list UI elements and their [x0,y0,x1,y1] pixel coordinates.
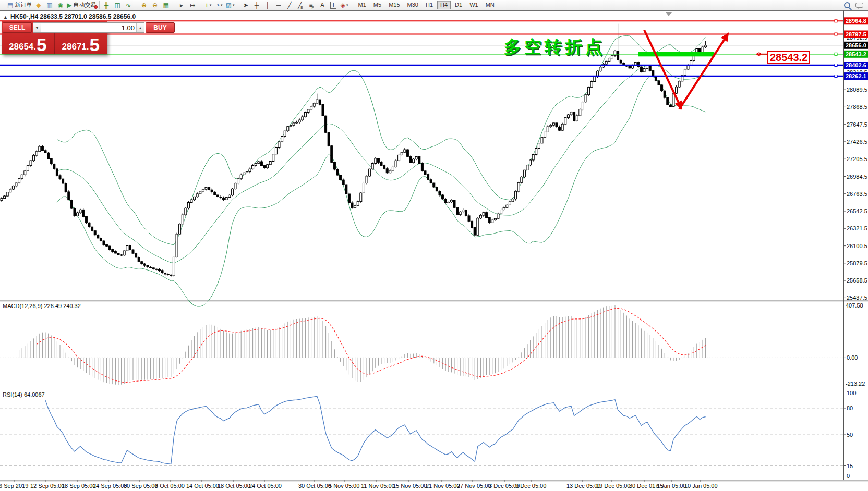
annotation-text[interactable]: 多空转折点 [504,35,606,59]
svg-text:9 Dec 05:00: 9 Dec 05:00 [515,483,546,489]
chevron-down-icon[interactable]: ▾ [233,3,235,7]
zoom-in-button[interactable]: ⊕ [139,1,150,9]
svg-text:80: 80 [847,405,853,411]
chart-shift-marker[interactable] [666,12,672,16]
timeframe-m15[interactable]: M15 [385,1,403,9]
svg-text:407.58: 407.58 [846,302,863,309]
chat-icon[interactable] [855,3,863,8]
candlestick-series [1,24,707,277]
trendline-button[interactable]: ╱ [284,1,295,9]
text-label-button[interactable]: T [328,1,339,9]
cursor-button[interactable]: ➤ [240,1,251,9]
market-watch-button[interactable]: ◆ [33,1,44,9]
timeframe-m30[interactable]: M30 [404,1,421,9]
buy-price[interactable]: 28671.5 [54,33,107,54]
svg-text:100: 100 [847,390,856,396]
pane-separators[interactable] [0,301,868,481]
timeframe-d1[interactable]: D1 [452,1,465,9]
toolbar-separator [99,1,100,9]
timeframe-h4[interactable]: H4 [437,1,451,9]
svg-text:11 Nov 05:00: 11 Nov 05:00 [361,483,395,489]
macd-pane [0,305,843,385]
volume-input[interactable] [41,23,136,32]
candlestick-chart-icon: ◫ [114,2,120,8]
svg-text:15 Nov 05:00: 15 Nov 05:00 [393,483,427,489]
fibonacci-button[interactable]: ≡F [306,1,317,9]
price-axis: 28752.528531.528310.528089.527868.527647… [843,34,867,479]
indicators-icon: + [205,2,209,8]
svg-text:-213.22: -213.22 [846,380,865,387]
buy-price-main: 28671. [62,41,89,52]
timeframe-mn[interactable]: MN [483,1,498,9]
chevron-down-icon[interactable]: ▾ [210,3,212,7]
horizontal-line-button[interactable]: ─ [273,1,284,9]
sell-price[interactable]: 28654.5 [2,33,54,54]
timeframe-w1[interactable]: W1 [466,1,481,9]
sell-price-big-digit: 5 [37,38,46,52]
chart-title: ▲HK50-,H4 28633.5 28701.0 28586.5 28656.… [3,13,136,20]
text-button[interactable]: A [317,1,328,9]
toolbar-grip [3,2,4,8]
tile-windows-button[interactable]: ▦ [161,1,172,9]
svg-text:25658.5: 25658.5 [847,277,867,284]
crosshair-icon: ┼ [255,2,259,8]
chart-shift-button[interactable]: ↦ [187,1,198,9]
new-order-button[interactable]: ▤ 新订单 [6,1,33,9]
timeframe-m1[interactable]: M1 [355,1,369,9]
one-click-trading-panel: SELL ▼ ▲ BUY 28654.5 28671.5 [2,21,107,54]
horizontal-line-icon: ─ [276,2,281,8]
periods-icon: ◔ [216,2,220,8]
arrows-button[interactable]: ◈▾ [339,1,350,9]
svg-text:50: 50 [847,432,853,438]
template-button[interactable]: ▨▾ [225,1,236,9]
timeframe-m5[interactable]: M5 [370,1,384,9]
indicators-button[interactable]: +▾ [203,1,214,9]
chevron-down-icon[interactable]: ▾ [221,3,223,7]
svg-text:25437.5: 25437.5 [847,294,867,301]
svg-text:28543.2: 28543.2 [846,51,866,57]
trend-drawings[interactable] [638,30,767,111]
arrows-icon: ◈ [341,2,345,8]
svg-text:24 Sep 05:00: 24 Sep 05:00 [93,483,127,489]
zoom-out-button[interactable]: ⊖ [150,1,161,9]
macd-indicator-label: MACD(12,26,9) 226.49 240.32 [3,303,81,309]
buy-button[interactable]: BUY [146,22,175,33]
vertical-line-button[interactable]: │ [262,1,273,9]
svg-text:30 Oct 05:00: 30 Oct 05:00 [298,483,331,489]
collapse-icon[interactable]: ▲ [3,15,8,20]
crosshair-button[interactable]: ┼ [251,1,262,9]
periods-button[interactable]: ◔▾ [214,1,225,9]
svg-text:27868.5: 27868.5 [847,104,867,110]
channel-button[interactable]: ╱E [295,1,306,9]
volume-decrease-button[interactable]: ▼ [33,23,41,32]
svg-text:26542.5: 26542.5 [847,208,867,214]
svg-text:28797.5: 28797.5 [846,31,866,38]
autotrading-icon: ▶ [67,2,71,8]
time-axis: 6 Sep 201912 Sep 05:0018 Sep 05:0024 Sep… [0,480,718,489]
data-window-button[interactable]: ▥ [44,1,55,9]
auto-scroll-button[interactable]: ▸ [176,1,187,9]
chevron-down-icon[interactable]: ▾ [346,3,348,7]
zoom-out-icon: ⊖ [152,2,158,8]
sell-button[interactable]: SELL [3,22,32,33]
cursor-icon: ➤ [243,2,248,8]
autotrading-button[interactable]: ▶ 自动交易 [66,1,97,9]
vertical-line-icon: │ [266,2,270,8]
market-watch-icon: ◆ [36,2,41,8]
svg-text:25879.5: 25879.5 [847,260,867,266]
candlestick-chart-button[interactable]: ◫ [112,1,123,9]
svg-text:27205.5: 27205.5 [847,156,867,162]
sell-price-main: 28654. [9,41,36,52]
toolbar-grip [351,2,353,8]
tile-windows-icon: ▦ [163,2,168,8]
svg-text:12 Sep 05:00: 12 Sep 05:00 [30,483,64,489]
volume-increase-button[interactable]: ▲ [136,23,144,32]
svg-text:27426.5: 27426.5 [847,139,867,145]
svg-text:15: 15 [847,463,853,469]
price-tag-label[interactable]: 28543.2 [767,51,810,64]
search-icon[interactable] [844,2,850,8]
timeframe-h1[interactable]: H1 [423,1,436,9]
line-chart-button[interactable]: ∿ [123,1,134,9]
navigator-button[interactable]: ◉ [55,1,66,9]
bar-chart-button[interactable]: ╫ [101,1,112,9]
